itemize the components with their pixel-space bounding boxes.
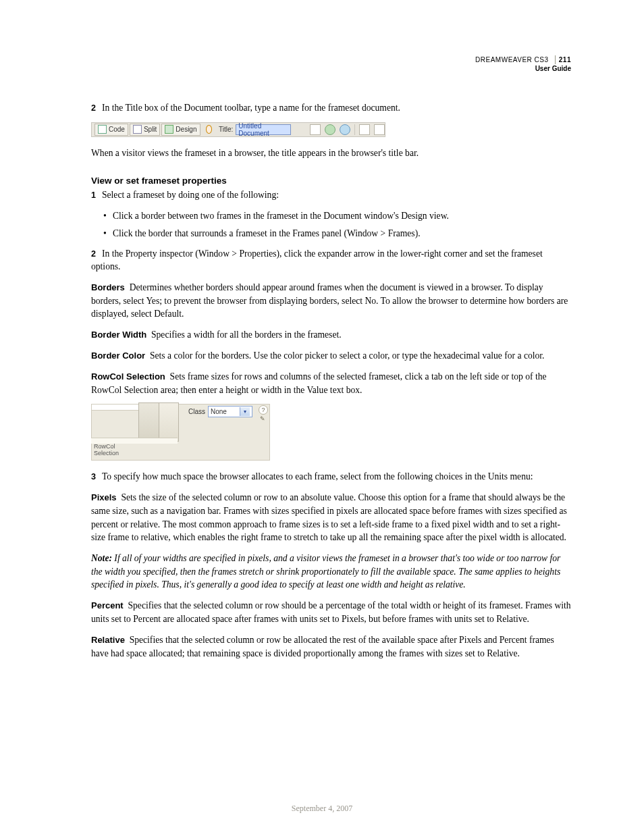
bullet-icon: •: [103, 209, 113, 223]
separator-icon: [354, 124, 355, 135]
percent-def: Percent Specifies that the selected colu…: [91, 599, 571, 626]
view-options-icon[interactable]: [374, 124, 385, 135]
design-icon: [165, 125, 173, 134]
panel-top-tab[interactable]: [91, 404, 139, 411]
rowcol-label: RowCol Selection: [91, 371, 165, 382]
percent-label: Percent: [91, 600, 124, 610]
check-icon[interactable]: [310, 124, 321, 135]
bullet-2: •Click the border that surrounds a frame…: [91, 227, 571, 240]
step-number: 2: [91, 102, 102, 114]
step-number: 1: [91, 189, 102, 201]
class-select[interactable]: None ▾: [208, 406, 252, 417]
footer-date: September 4, 2007: [0, 804, 644, 814]
borders-def: Borders Determines whether borders shoul…: [91, 281, 571, 321]
toolbar-right-icons: [310, 124, 385, 135]
rowcol-caption: RowCol Selection: [94, 444, 119, 457]
relative-def: Relative Specifies that the selected col…: [91, 633, 571, 660]
pixels-def: Pixels Sets the size of the selected col…: [91, 491, 571, 544]
step-number: 2: [91, 248, 102, 260]
pixels-label: Pixels: [91, 492, 117, 502]
design-button[interactable]: Design: [161, 124, 200, 136]
section-heading: View or set frameset properties: [91, 176, 571, 186]
split-icon: [133, 125, 142, 134]
refresh-icon[interactable]: [359, 124, 370, 135]
bullet-1: •Click a border between two frames in th…: [91, 209, 571, 223]
border-width-def: Border Width Specifies a width for all t…: [91, 328, 571, 342]
rowcol-def: RowCol Selection Sets frame sizes for ro…: [91, 370, 571, 397]
chevron-down-icon: ▾: [240, 407, 250, 416]
border-color-def: Border Color Sets a color for the border…: [91, 349, 571, 363]
product-name: DREAMWEAVER CS3: [475, 56, 548, 63]
file-management-icon[interactable]: [325, 124, 336, 135]
note-label: Note:: [91, 553, 112, 563]
property-inspector-figure: RowCol Selection Class None ▾ ? ✎: [91, 404, 270, 459]
border-width-label: Border Width: [91, 330, 146, 340]
split-button[interactable]: Split: [130, 124, 160, 136]
class-field: Class None ▾: [188, 406, 252, 417]
rowcol-tab-2[interactable]: [159, 402, 179, 442]
step-3: 3To specify how much space the browser a…: [91, 470, 571, 484]
step-1: 1Select a frameset by doing one of the f…: [91, 188, 571, 202]
border-color-label: Border Color: [91, 350, 145, 361]
running-header: DREAMWEAVER CS3 211 User Guide: [475, 55, 571, 73]
title-label: Title:: [219, 126, 233, 133]
page: DREAMWEAVER CS3 211 User Guide 2In the T…: [0, 0, 644, 834]
header-subtitle: User Guide: [475, 64, 571, 73]
class-label: Class: [188, 408, 205, 415]
document-toolbar-figure: Code Split Design Title: Untitled Docume…: [91, 122, 385, 137]
step-number: 3: [91, 471, 102, 483]
code-button[interactable]: Code: [95, 124, 128, 136]
title-input[interactable]: Untitled Document: [236, 124, 291, 135]
bullet-icon: •: [103, 227, 113, 240]
after-toolbar-text: When a visitor views the frameset in a b…: [91, 147, 571, 160]
preview-globe-icon[interactable]: [340, 124, 350, 135]
page-number: 211: [555, 55, 571, 64]
header-line-1: DREAMWEAVER CS3 211: [475, 55, 571, 64]
borders-label: Borders: [91, 282, 125, 292]
body-content: 2In the Title box of the Document toolba…: [91, 101, 571, 660]
validate-icon[interactable]: [206, 125, 213, 134]
step-2: 2In the Property inspector (Window > Pro…: [91, 247, 571, 273]
quick-tag-icon[interactable]: ✎: [260, 415, 268, 422]
relative-label: Relative: [91, 635, 125, 645]
note: Note: If all of your widths are specifie…: [91, 552, 571, 592]
code-icon: [98, 125, 107, 134]
step-2-intro: 2In the Title box of the Document toolba…: [91, 101, 571, 115]
rowcol-tab-1[interactable]: [138, 402, 160, 442]
note-body: If all of your widths are specified in p…: [91, 553, 560, 590]
